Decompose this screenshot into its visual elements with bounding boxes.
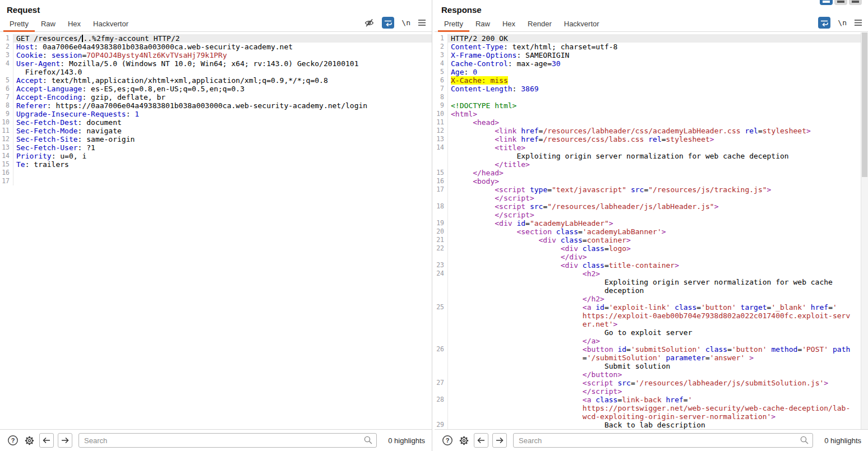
line-number: [435, 311, 448, 320]
request-code-row-4: 4User-Agent: Mozilla/5.0 (Windows NT 10.…: [0, 59, 432, 68]
line-number: 15: [435, 169, 448, 177]
layout-buttons: [820, 0, 862, 5]
request-editor[interactable]: 1GET /resources/..%2fmy-account HTTP/22H…: [0, 32, 432, 429]
search-settings-gear-icon[interactable]: [23, 434, 35, 447]
response-code-row-2: 2Content-Type: text/html; charset=utf-8: [435, 43, 861, 51]
line-number: 3: [435, 51, 448, 59]
response-tab-raw[interactable]: Raw: [469, 17, 496, 31]
response-tab-render[interactable]: Render: [521, 17, 558, 31]
response-code-row-19: 17 <script type="text/javascript" src="/…: [435, 185, 861, 194]
request-code-row-6: 5Accept: text/html,application/xhtml+xml…: [0, 76, 432, 85]
line-number: [435, 370, 448, 379]
line-number: [435, 387, 448, 396]
request-tab-hackvertor[interactable]: Hackvertor: [87, 17, 135, 31]
line-number: [435, 354, 448, 362]
request-code-row-16: 15Te: trailers: [0, 160, 432, 169]
request-tab-pretty[interactable]: Pretty: [3, 17, 35, 31]
response-code-row-18: 16 <body>: [435, 177, 861, 185]
request-code-row-13: 12Sec-Fetch-Site: same-origin: [0, 135, 432, 143]
response-code-row-46: wcd-exploiting-origin-server-normalizati…: [435, 412, 861, 421]
response-tab-hackvertor[interactable]: Hackvertor: [558, 17, 606, 31]
response-code-row-11: 11 <head>: [435, 118, 861, 127]
line-number: 1: [0, 34, 13, 43]
response-code-row-3: 3X-Frame-Options: SAMEORIGIN: [435, 51, 861, 59]
line-number: 26: [435, 345, 448, 354]
show-newlines-icon[interactable]: \n: [401, 18, 410, 27]
response-code-row-38: 26 <button id='submitSolution' class='bu…: [435, 345, 861, 354]
help-icon[interactable]: ?: [441, 434, 454, 447]
response-scrollbar-thumb[interactable]: [862, 32, 867, 177]
response-code-row-8: 8: [435, 93, 861, 101]
request-tab-hex[interactable]: Hex: [62, 17, 87, 31]
response-tabbar: PrettyRawHexRenderHackvertor \n: [435, 17, 868, 32]
eye-off-icon[interactable]: [364, 18, 375, 28]
response-code-row-26: 22 <div class=logo>: [435, 244, 861, 253]
line-number: 7: [0, 93, 13, 101]
response-code-row-33: 25 <a id='exploit-link' class='button' t…: [435, 303, 861, 311]
line-number: 10: [0, 118, 13, 127]
line-number: 10: [435, 110, 448, 118]
response-code-row-28: 23 <div class=title-container>: [435, 261, 861, 269]
response-tab-pretty[interactable]: Pretty: [438, 17, 469, 31]
line-number: 14: [0, 152, 13, 160]
request-editor-lines: 1GET /resources/..%2fmy-account HTTP/22H…: [0, 32, 432, 185]
soft-wrap-toggle-icon[interactable]: [818, 17, 830, 29]
response-code-row-17: 15 </head>: [435, 169, 861, 177]
response-code-row-14: 14 <title>: [435, 143, 861, 152]
request-code-row-11: 10Sec-Fetch-Dest: document: [0, 118, 432, 127]
request-code-row-3: 3Cookie: session=7OP4OJ4Bysty4Nlz6KvTVsa…: [0, 51, 432, 59]
line-number: [435, 253, 448, 261]
request-panel: Request PrettyRawHexHackvertor: [0, 0, 432, 451]
request-toolbar: \n: [364, 17, 426, 31]
response-toolbar: \n: [818, 17, 862, 31]
response-code-row-5: 5Age: 0: [435, 68, 861, 76]
layout-columns-button[interactable]: [820, 0, 833, 5]
line-number: 7: [435, 85, 448, 93]
search-next-button[interactable]: [58, 433, 72, 448]
request-highlights-count: 0 highlights: [388, 436, 425, 445]
layout-single-button[interactable]: [849, 0, 862, 5]
request-tab-raw[interactable]: Raw: [35, 17, 62, 31]
response-code-row-22: </script>: [435, 211, 861, 219]
line-number: 23: [435, 261, 448, 269]
soft-wrap-toggle-icon[interactable]: [382, 17, 394, 29]
response-code-row-34: https://exploit-0aeb00b704e7938d802a022c…: [435, 311, 861, 320]
search-previous-button[interactable]: [474, 433, 488, 448]
editor-menu-icon[interactable]: [418, 19, 426, 26]
layout-rows-button[interactable]: [834, 0, 847, 5]
response-code-row-39: ='/submitSolution' parameter='answer' >: [435, 354, 861, 362]
line-number: 19: [435, 219, 448, 227]
response-code-row-32: </h2>: [435, 295, 861, 303]
line-number: [435, 412, 448, 421]
response-tab-hex[interactable]: Hex: [496, 17, 521, 31]
request-search-input[interactable]: [79, 433, 377, 448]
response-search-input[interactable]: [513, 433, 813, 448]
response-code-row-1: 1HTTP/2 200 OK: [435, 34, 861, 43]
line-number: 28: [435, 396, 448, 404]
line-number: 5: [0, 76, 13, 85]
line-number: 13: [0, 143, 13, 152]
response-code-row-47: 29 Back to lab description: [435, 421, 861, 429]
line-number: 15: [0, 160, 13, 169]
request-code-row-10: 9Upgrade-Insecure-Requests: 1: [0, 110, 432, 118]
search-settings-gear-icon[interactable]: [458, 434, 470, 447]
editor-menu-icon[interactable]: [854, 19, 862, 26]
line-number: [435, 278, 448, 286]
search-previous-button[interactable]: [39, 433, 54, 448]
search-next-button[interactable]: [492, 433, 507, 448]
response-tabs: PrettyRawHexRenderHackvertor: [438, 17, 606, 31]
line-number: 8: [0, 101, 13, 110]
burp-repeater-message-panes: Request PrettyRawHexHackvertor: [0, 0, 868, 451]
response-code-row-40: Submit solution: [435, 362, 861, 370]
show-newlines-icon[interactable]: \n: [838, 18, 847, 27]
line-number: 25: [435, 303, 448, 311]
line-number: 8: [435, 93, 448, 101]
line-number: [435, 404, 448, 412]
help-icon[interactable]: ?: [7, 434, 19, 447]
response-highlights-count: 0 highlights: [824, 436, 861, 445]
line-number: 1: [435, 34, 448, 43]
response-editor[interactable]: 1HTTP/2 200 OK2Content-Type: text/html; …: [435, 32, 868, 429]
line-number: 21: [435, 236, 448, 244]
line-number: 2: [435, 43, 448, 51]
line-number: 17: [0, 177, 13, 185]
